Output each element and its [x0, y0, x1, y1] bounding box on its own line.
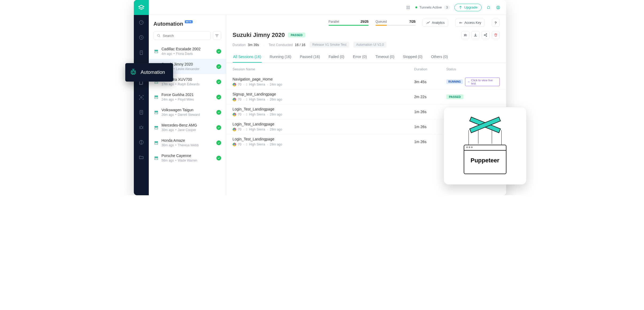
status-dot-icon	[415, 6, 417, 8]
debug-button[interactable]	[461, 31, 469, 39]
tag-chip: Release V1 Smoke Test	[310, 42, 349, 48]
tab[interactable]: All Sessions (16)	[233, 51, 262, 63]
chrome-icon	[233, 83, 236, 86]
key-icon	[459, 21, 463, 25]
conducted-label: Test Conducted	[269, 43, 293, 47]
duration-label: Duration	[233, 43, 246, 47]
svg-rect-30	[155, 128, 158, 129]
svg-rect-34	[155, 158, 158, 159]
nav-folder-icon[interactable]	[134, 150, 149, 165]
tab[interactable]: Running (16)	[269, 51, 292, 63]
build-meta: 56m ago•Wade Warren	[162, 159, 214, 162]
framework-icon	[154, 125, 159, 130]
tooltip-label: Automation	[141, 70, 165, 75]
tab[interactable]: Error (0)	[352, 51, 367, 63]
framework-icon	[154, 94, 159, 100]
conducted-value: 16 / 16	[295, 43, 306, 47]
puppeteer-card: Puppeteer	[444, 107, 526, 185]
session-duration: 3m 45s	[414, 80, 446, 84]
nav-scan-icon[interactable]	[134, 90, 149, 105]
delete-button[interactable]	[492, 31, 500, 39]
session-tabs: All Sessions (16)Running (16)Passed (16)…	[226, 51, 506, 63]
build-item[interactable]: Porsche Cayenne 56m ago•Wade Warren	[149, 150, 226, 166]
session-duration: 1m 26s	[414, 125, 446, 129]
tunnels-count: 3	[444, 5, 450, 10]
build-title: Suzuki Jimny 2020	[233, 32, 285, 39]
side-nav	[134, 0, 149, 195]
access-key-label: Access Key	[465, 21, 481, 25]
svg-rect-20	[155, 51, 158, 53]
svg-point-18	[157, 34, 159, 36]
bell-icon[interactable]	[486, 5, 491, 10]
puppeteer-logo-icon	[469, 117, 501, 133]
framework-icon	[154, 110, 159, 115]
svg-rect-41	[131, 71, 135, 74]
svg-point-17	[498, 6, 499, 7]
session-meta: 70 · High Sierra ·28m ago	[233, 143, 414, 146]
tab[interactable]: Stopped (0)	[402, 51, 423, 63]
profile-icon[interactable]	[495, 5, 501, 10]
nav-contrast-icon[interactable]	[134, 135, 149, 150]
build-item[interactable]: Force Gurkha 2021 24m ago•Floyd Miles	[149, 89, 226, 105]
tab[interactable]: Others (0)	[430, 51, 448, 63]
help-label: ?	[495, 21, 497, 25]
svg-point-10	[140, 126, 142, 129]
logo-icon[interactable]	[134, 0, 149, 15]
apple-icon: 	[246, 128, 247, 131]
robot-icon	[130, 68, 137, 77]
nav-bug-icon[interactable]	[134, 120, 149, 135]
help-button[interactable]: ?	[492, 19, 500, 27]
view-live-button[interactable]: Click to view live test	[465, 78, 499, 86]
download-button[interactable]	[471, 31, 479, 39]
tab[interactable]: Timeout (0)	[375, 51, 395, 63]
search-field[interactable]	[163, 34, 208, 38]
tab[interactable]: Failed (0)	[328, 51, 345, 63]
nav-history-icon[interactable]	[134, 30, 149, 45]
status-passed-icon	[216, 140, 221, 145]
svg-rect-12	[407, 6, 408, 7]
tab[interactable]: Passed (16)	[299, 51, 320, 63]
status-passed-icon	[216, 156, 221, 160]
apple-icon: 	[246, 98, 247, 101]
nav-dashboard-icon[interactable]	[134, 15, 149, 30]
svg-rect-32	[155, 143, 158, 144]
upgrade-button[interactable]: Upgrade	[454, 4, 482, 11]
session-duration: 1m 26s	[414, 140, 446, 144]
status-passed-icon	[216, 64, 221, 69]
svg-rect-29	[155, 126, 158, 127]
analytics-button[interactable]: Analytics	[423, 19, 448, 27]
session-meta: 70 · High Sierra ·26m ago	[233, 98, 414, 101]
parallel-value: 25/25	[361, 20, 369, 24]
access-key-button[interactable]: Access Key	[455, 19, 485, 27]
session-name: Login_Test_Landingpage	[233, 122, 414, 126]
build-meta: 30m ago•Jane Cooper	[162, 128, 214, 132]
session-row[interactable]: Signup_test_Landingpage 70 · High Sierr…	[226, 89, 506, 104]
svg-point-43	[134, 72, 134, 72]
filter-button[interactable]	[213, 31, 221, 40]
build-meta: 36m ago•Theresa Webb	[162, 143, 214, 147]
tag-chip: Automation UI V2.0	[353, 42, 387, 48]
status-running-badge: RUNNING	[446, 79, 463, 84]
col-session-name: Session Name	[233, 67, 414, 71]
session-row[interactable]: Navigation_page_Home 70 · High Sierra ·…	[226, 74, 506, 89]
svg-rect-28	[155, 112, 158, 114]
svg-rect-15	[408, 8, 409, 9]
chrome-icon	[233, 113, 236, 116]
apps-grid-icon[interactable]	[405, 5, 411, 10]
session-meta: 70 · High Sierra ·24m ago	[233, 83, 414, 86]
status-passed-icon	[216, 125, 221, 130]
build-item[interactable]: Mercedes-Benz AMG 30m ago•Jane Cooper	[149, 120, 226, 135]
nav-notes-icon[interactable]	[134, 105, 149, 120]
svg-rect-14	[407, 8, 408, 9]
build-item[interactable]: Honda Amaze 36m ago•Theresa Webb	[149, 135, 226, 150]
build-item[interactable]: Volkswagen Taigun 26m ago•Darrell Stewar…	[149, 105, 226, 120]
build-item[interactable]: Cadillac Escalade 2002 4m ago•Fiona Davi…	[149, 44, 226, 59]
svg-point-8	[140, 97, 142, 98]
session-duration: 1m 26s	[414, 110, 446, 114]
svg-rect-27	[155, 111, 158, 112]
search-input[interactable]	[154, 31, 211, 40]
page-title: Automation	[154, 21, 183, 27]
nav-battery-icon[interactable]	[134, 45, 149, 60]
share-button[interactable]	[482, 31, 490, 39]
parallel-metric: Parallel 25/25	[329, 20, 369, 26]
